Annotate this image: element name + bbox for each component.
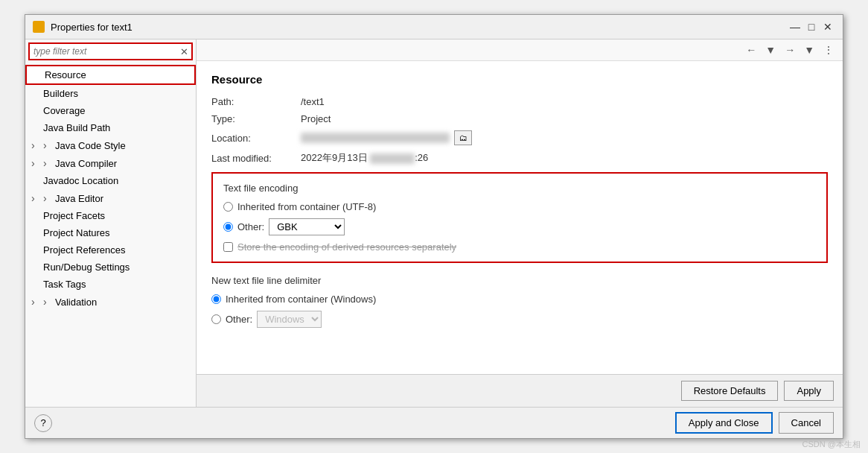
sidebar-item-label-java-editor: Java Editor: [55, 193, 103, 204]
other-encoding-radio[interactable]: [223, 222, 233, 232]
menu-button[interactable]: ⋮: [820, 42, 837, 57]
encoding-select[interactable]: GBK UTF-8 UTF-16 ISO-8859-1: [269, 218, 345, 235]
sidebar-item-java-build-path[interactable]: Java Build Path: [25, 119, 196, 136]
sidebar-item-label-java-code-style: Java Code Style: [55, 140, 126, 151]
last-modified-label: Last modified:: [211, 153, 301, 164]
sidebar: ✕ ResourceBuildersCoverageJava Build Pat…: [25, 39, 197, 407]
restore-defaults-button[interactable]: Restore Defaults: [681, 381, 779, 401]
cancel-button[interactable]: Cancel: [779, 412, 834, 434]
main-content: Resource Path: /text1 Type: Project Loca…: [197, 61, 843, 374]
dialog-body: ✕ ResourceBuildersCoverageJava Build Pat…: [25, 39, 843, 407]
action-bar: Restore Defaults Apply: [197, 374, 843, 407]
footer-right: Apply and Close Cancel: [675, 412, 834, 434]
sidebar-item-coverage[interactable]: Coverage: [25, 102, 196, 119]
type-label: Type:: [211, 113, 301, 124]
sidebar-item-label-project-natures: Project Natures: [43, 227, 110, 238]
sidebar-item-label-resource: Resource: [45, 69, 86, 80]
sidebar-item-builders[interactable]: Builders: [25, 85, 196, 102]
other-encoding-label: Other:: [237, 221, 264, 232]
inherited-encoding-row: Inherited from container (UTF-8): [223, 201, 816, 212]
window-controls: — □ ✕: [788, 19, 835, 34]
store-encoding-row: Store the encoding of derived resources …: [223, 241, 816, 253]
search-input[interactable]: [30, 44, 177, 59]
close-button[interactable]: ✕: [820, 19, 835, 34]
location-row: Location: 🗂: [211, 130, 828, 145]
maximize-button[interactable]: □: [804, 19, 819, 34]
location-value-blurred: [301, 133, 450, 143]
sidebar-item-java-editor[interactable]: ›Java Editor: [25, 189, 196, 207]
sidebar-item-resource[interactable]: Resource: [25, 65, 196, 85]
encoding-box: Text file encoding Inherited from contai…: [211, 172, 828, 263]
sidebar-item-run-debug-settings[interactable]: Run/Debug Settings: [25, 259, 196, 276]
nav-list: ResourceBuildersCoverageJava Build Path›…: [25, 63, 196, 407]
properties-dialog: Properties for text1 — □ ✕ ✕ ResourceBui…: [25, 14, 843, 439]
sidebar-item-label-builders: Builders: [43, 88, 78, 99]
delimiter-select[interactable]: Windows Unix Mac: [257, 311, 322, 328]
last-modified-value: 2022年9月13日 :26: [301, 151, 428, 165]
store-encoding-label: Store the encoding of derived resources …: [237, 241, 456, 253]
line-delimiter-title: New text file line delimiter: [211, 275, 828, 286]
last-modified-blurred: [370, 153, 415, 164]
section-title: Resource: [211, 73, 828, 86]
type-value: Project: [301, 113, 331, 124]
sidebar-item-label-task-tags: Task Tags: [43, 279, 86, 290]
path-value: /text1: [301, 96, 325, 107]
other-delimiter-label: Other:: [226, 314, 252, 325]
footer-left: ?: [34, 414, 52, 432]
dialog-icon: [33, 21, 45, 33]
dialog-footer: ? Apply and Close Cancel CSDN @本生相: [25, 407, 843, 438]
location-label: Location:: [211, 133, 301, 144]
type-row: Type: Project: [211, 113, 828, 124]
store-encoding-checkbox[interactable]: [223, 242, 233, 252]
sidebar-item-label-javadoc-location: Javadoc Location: [43, 175, 118, 186]
inherited-delimiter-label: Inherited from container (Windows): [226, 294, 376, 305]
search-clear-button[interactable]: ✕: [177, 45, 191, 59]
title-bar: Properties for text1 — □ ✕: [25, 15, 843, 39]
sidebar-item-java-compiler[interactable]: ›Java Compiler: [25, 154, 196, 172]
other-delimiter-radio[interactable]: [211, 314, 221, 324]
main-panel: ← ▼ → ▼ ⋮ Resource Path: /text1 Type: Pr…: [197, 39, 843, 407]
last-modified-row: Last modified: 2022年9月13日 :26: [211, 151, 828, 165]
sidebar-item-project-facets[interactable]: Project Facets: [25, 207, 196, 224]
sidebar-item-validation[interactable]: ›Validation: [25, 293, 196, 311]
sidebar-item-label-java-build-path: Java Build Path: [43, 122, 110, 133]
location-value-group: 🗂: [301, 130, 472, 145]
apply-button[interactable]: Apply: [784, 381, 834, 401]
minimize-button[interactable]: —: [788, 19, 802, 34]
sidebar-item-label-coverage: Coverage: [43, 105, 85, 116]
back-dropdown-button[interactable]: ▼: [762, 42, 779, 57]
path-row: Path: /text1: [211, 96, 828, 107]
sidebar-item-project-natures[interactable]: Project Natures: [25, 224, 196, 241]
sidebar-item-label-project-facets: Project Facets: [43, 210, 105, 221]
inherited-encoding-label: Inherited from container (UTF-8): [237, 201, 376, 212]
forward-dropdown-button[interactable]: ▼: [801, 42, 817, 57]
sidebar-item-project-references[interactable]: Project References: [25, 241, 196, 259]
sidebar-item-task-tags[interactable]: Task Tags: [25, 276, 196, 293]
apply-and-close-button[interactable]: Apply and Close: [675, 412, 773, 434]
inherited-delimiter-radio[interactable]: [211, 294, 221, 304]
sidebar-item-label-java-compiler: Java Compiler: [55, 158, 117, 169]
search-bar: ✕: [28, 42, 193, 60]
forward-button[interactable]: →: [782, 42, 798, 57]
inherited-encoding-radio[interactable]: [223, 202, 233, 212]
watermark: CSDN @本生相: [802, 439, 861, 450]
other-encoding-row: Other: GBK UTF-8 UTF-16 ISO-8859-1: [223, 218, 816, 235]
back-button[interactable]: ←: [743, 42, 759, 57]
main-toolbar: ← ▼ → ▼ ⋮: [197, 39, 843, 61]
sidebar-item-label-validation: Validation: [55, 297, 97, 308]
sidebar-item-java-code-style[interactable]: ›Java Code Style: [25, 136, 196, 154]
sidebar-item-label-project-references: Project References: [43, 244, 126, 256]
sidebar-item-label-run-debug-settings: Run/Debug Settings: [43, 262, 130, 273]
sidebar-item-javadoc-location[interactable]: Javadoc Location: [25, 172, 196, 189]
encoding-title: Text file encoding: [223, 183, 816, 194]
other-delimiter-row: Other: Windows Unix Mac: [211, 311, 828, 328]
help-button[interactable]: ?: [34, 414, 52, 432]
dialog-title: Properties for text1: [51, 22, 782, 33]
path-label: Path:: [211, 96, 301, 107]
inherited-delimiter-row: Inherited from container (Windows): [211, 294, 828, 305]
line-delimiter-section: New text file line delimiter Inherited f…: [211, 275, 828, 328]
browse-button[interactable]: 🗂: [454, 130, 472, 145]
